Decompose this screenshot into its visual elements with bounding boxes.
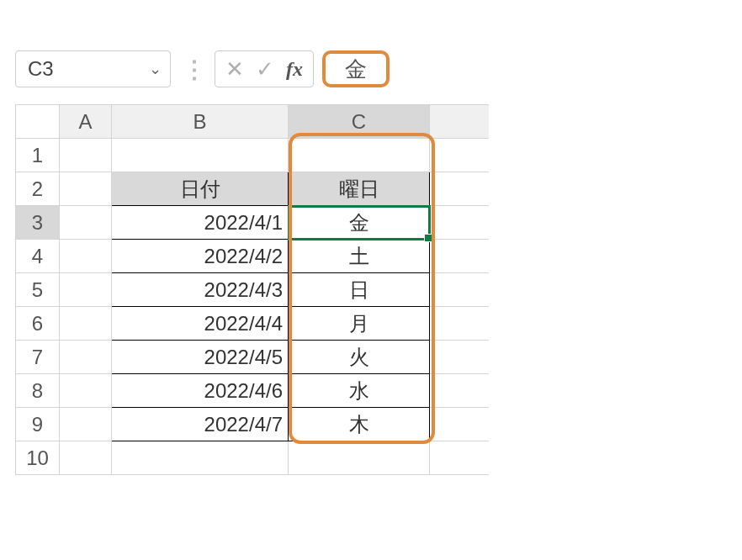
formula-value: 金 [345,55,367,84]
select-all-corner[interactable] [16,105,60,139]
cell-B10[interactable] [112,441,289,475]
cell-C4[interactable]: 土 [289,240,430,273]
cell-B4[interactable]: 2022/4/2 [112,240,289,273]
cell-A8[interactable] [60,374,112,408]
cell-D7[interactable] [430,341,489,374]
cell-C8[interactable]: 水 [289,374,430,408]
cell-B3[interactable]: 2022/4/1 [112,206,289,240]
cell-D2[interactable] [430,172,489,206]
cell-B7[interactable]: 2022/4/5 [112,341,289,374]
cell-A5[interactable] [60,273,112,307]
cell-A9[interactable] [60,408,112,441]
cell-C6[interactable]: 月 [289,307,430,341]
cell-B6[interactable]: 2022/4/4 [112,307,289,341]
cell-A4[interactable] [60,240,112,273]
fx-icon[interactable]: fx [286,58,303,81]
row-header-1[interactable]: 1 [16,139,60,172]
row-header-8[interactable]: 8 [16,374,60,408]
cell-B9[interactable]: 2022/4/7 [112,408,289,441]
spreadsheet-grid[interactable]: A B C 1 2 日付 曜日 3 2022/4/1 金 4 2022/4/2 … [15,104,489,475]
cell-A1[interactable] [60,139,112,172]
chevron-down-icon[interactable]: ⌄ [149,60,162,78]
name-box[interactable]: C3 ⌄ [15,50,171,87]
cell-C2[interactable]: 曜日 [289,172,430,206]
row-header-9[interactable]: 9 [16,408,60,441]
row-header-2[interactable]: 2 [16,172,60,206]
row-header-6[interactable]: 6 [16,307,60,341]
cell-D8[interactable] [430,374,489,408]
row-header-3[interactable]: 3 [16,206,60,240]
col-header-extra[interactable] [430,105,489,139]
row-header-5[interactable]: 5 [16,273,60,307]
formula-buttons: ✕ ✓ fx [215,50,314,87]
cell-C10[interactable] [289,441,430,475]
cell-C7[interactable]: 火 [289,341,430,374]
row-header-10[interactable]: 10 [16,441,60,475]
separator-icon: ⋮ [183,55,203,83]
cell-C3[interactable]: 金 [289,206,430,240]
col-header-C[interactable]: C [289,105,430,139]
cell-D1[interactable] [430,139,489,172]
cell-A2[interactable] [60,172,112,206]
row-header-7[interactable]: 7 [16,341,60,374]
col-header-A[interactable]: A [60,105,112,139]
cell-D10[interactable] [430,441,489,475]
col-header-B[interactable]: B [112,105,289,139]
cell-D6[interactable] [430,307,489,341]
cell-A7[interactable] [60,341,112,374]
name-box-value: C3 [28,57,54,81]
cell-B1[interactable] [112,139,289,172]
cell-D9[interactable] [430,408,489,441]
cancel-icon[interactable]: ✕ [225,56,244,82]
cell-D4[interactable] [430,240,489,273]
cell-A3[interactable] [60,206,112,240]
cell-C9[interactable]: 木 [289,408,430,441]
enter-icon[interactable]: ✓ [256,56,274,82]
row-header-4[interactable]: 4 [16,240,60,273]
cell-D5[interactable] [430,273,489,307]
cell-B5[interactable]: 2022/4/3 [112,273,289,307]
cell-A6[interactable] [60,307,112,341]
cell-C1[interactable] [289,139,430,172]
cell-B8[interactable]: 2022/4/6 [112,374,289,408]
formula-value-box[interactable]: 金 [322,50,390,87]
cell-D3[interactable] [430,206,489,240]
formula-bar: C3 ⌄ ⋮ ✕ ✓ fx 金 [15,50,727,87]
cell-B2[interactable]: 日付 [112,172,289,206]
cell-C5[interactable]: 日 [289,273,430,307]
cell-A10[interactable] [60,441,112,475]
